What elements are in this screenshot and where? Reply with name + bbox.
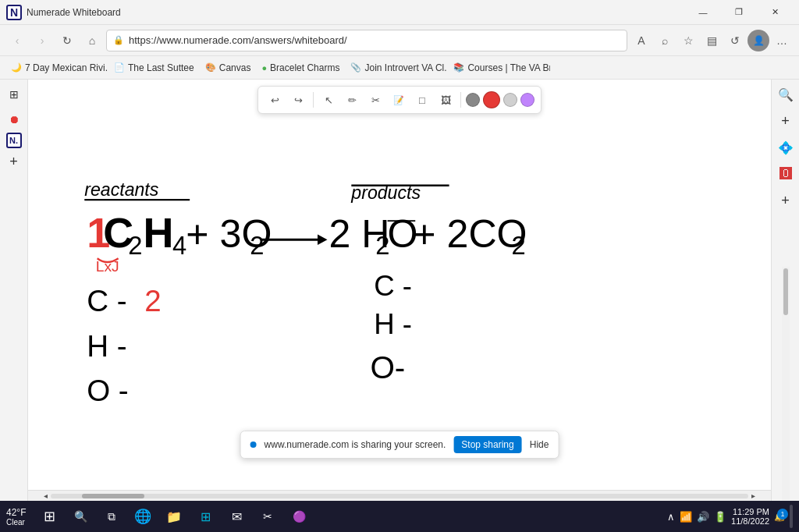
start-button[interactable]: ⊞ — [35, 502, 63, 530]
collections-button[interactable]: ▤ — [701, 30, 723, 51]
right-add-2-button[interactable]: + — [774, 189, 797, 212]
vertical-scroll-thumb[interactable] — [783, 268, 788, 315]
history-button[interactable]: ↺ — [724, 30, 746, 51]
bookmark-3[interactable]: 🎨 Canvas — [201, 61, 256, 75]
svg-text:O-: O- — [370, 349, 405, 385]
taskbar-search-button[interactable]: 🔍 — [66, 502, 94, 530]
taskbar: 42°F Clear ⊞ 🔍 ⧉ 🌐 📁 ⊞ ✉ ✂ 🟣 ∧ 📶 🔊 🔋 11:… — [0, 501, 799, 532]
toolbar-right: A ⌕ ☆ ▤ ↺ 👤 … — [630, 30, 793, 51]
store-button[interactable]: ⊞ — [191, 502, 219, 530]
reactants-label: reactants — [84, 179, 190, 200]
svg-text:2: 2 — [128, 231, 142, 260]
color-red[interactable] — [483, 91, 500, 108]
titlebar: N Numerade Whiteboard — ❐ ✕ — [0, 0, 799, 25]
svg-text:+ 2CO: + 2CO — [413, 212, 527, 256]
svg-text:2: 2 — [375, 231, 389, 260]
restore-button[interactable]: ❐ — [721, 0, 757, 25]
bookmark-5[interactable]: 📎 Join Introvert VA Cl... — [346, 61, 447, 75]
show-desktop-button[interactable] — [790, 505, 793, 528]
clock[interactable]: 11:29 PM 11/8/2022 — [731, 507, 769, 526]
explorer-button[interactable]: 📁 — [160, 502, 188, 530]
numerade-nav-button[interactable]: N. — [6, 133, 22, 148]
right-search-button[interactable]: 🔍 — [774, 83, 797, 106]
time-display: 11:29 PM — [733, 507, 769, 516]
home-button[interactable]: ⌂ — [81, 30, 103, 51]
svg-text:2 H: 2 H — [328, 212, 389, 256]
undo-button[interactable]: ↩ — [265, 90, 285, 110]
redo-button[interactable]: ↪ — [288, 90, 308, 110]
record-button[interactable]: ⏺ — [2, 108, 26, 131]
volume-icon[interactable]: 🔊 — [697, 511, 709, 523]
snip-button[interactable]: ✂ — [254, 502, 282, 530]
scroll-track[interactable] — [51, 494, 748, 498]
mail-button[interactable]: ✉ — [222, 502, 250, 530]
vertical-scrollbar[interactable] — [782, 267, 790, 501]
whiteboard-toolbar: ↩ ↪ ↖ ✏ ✂ 📝 □ 🖼 — [257, 86, 542, 114]
settings-button[interactable]: … — [771, 30, 793, 51]
image-tool-button[interactable]: 🖼 — [435, 90, 456, 110]
color-purple[interactable] — [520, 93, 534, 107]
read-aloud-button[interactable]: A — [630, 30, 652, 51]
close-button[interactable]: ✕ — [757, 0, 793, 25]
hide-button[interactable]: Hide — [530, 439, 549, 450]
main-content: ↩ ↪ ↖ ✏ ✂ 📝 □ 🖼 — [28, 80, 771, 501]
app-logo: N — [6, 5, 22, 20]
bookmark-2[interactable]: 📄 The Last Suttee — [109, 61, 199, 75]
address-bar[interactable]: 🔒 https://www.numerade.com/answers/white… — [106, 30, 627, 51]
scroll-left-arrow[interactable]: ◂ — [44, 491, 48, 500]
svg-text:C -: C - — [87, 284, 126, 317]
bookmark-3-icon: 🎨 — [205, 62, 216, 73]
pen-tool-button[interactable]: ✏ — [342, 90, 362, 110]
svg-text:C -: C - — [374, 270, 412, 302]
scissors-tool-button[interactable]: ✂ — [365, 90, 385, 110]
title-area: N Numerade Whiteboard — [6, 5, 121, 20]
bookmark-4[interactable]: ● Bracelet Charms — [257, 61, 344, 75]
sidebar-left: ⊞ ⏺ N. + — [0, 80, 28, 501]
network-icon[interactable]: 📶 — [680, 511, 692, 523]
office-button[interactable]: 🅾 — [774, 162, 797, 186]
back-button[interactable]: ‹ — [6, 30, 28, 51]
tabs-button[interactable]: ⊞ — [2, 83, 26, 106]
marker-tool-button[interactable]: 📝 — [389, 90, 409, 110]
right-add-button[interactable]: + — [774, 109, 797, 133]
shapes-tool-button[interactable]: □ — [412, 90, 432, 110]
svg-text:H -: H - — [87, 329, 126, 363]
teams-button[interactable]: 🟣 — [285, 502, 313, 530]
bookmark-6[interactable]: 📚 Courses | The VA Br... — [449, 61, 550, 75]
stop-sharing-button[interactable]: Stop sharing — [453, 436, 521, 453]
color-gray[interactable] — [466, 93, 480, 107]
refresh-button[interactable]: ↻ — [56, 30, 78, 51]
url-text: https://www.numerade.com/answers/whitebo… — [129, 34, 620, 46]
horizontal-scrollbar[interactable]: ◂ ▸ — [28, 490, 771, 501]
date-display: 11/8/2022 — [731, 516, 769, 526]
profile-button[interactable]: 👤 — [748, 30, 769, 51]
scroll-thumb[interactable] — [82, 494, 144, 498]
battery-icon[interactable]: 🔋 — [714, 511, 726, 523]
edge-taskbar-button[interactable]: 🌐 — [129, 502, 157, 530]
lock-icon: 🔒 — [113, 35, 124, 45]
svg-text:H: H — [143, 209, 173, 256]
bookmark-6-icon: 📚 — [453, 62, 464, 73]
minimize-button[interactable]: — — [685, 0, 721, 25]
browser-toolbar: ‹ › ↻ ⌂ 🔒 https://www.numerade.com/answe… — [0, 25, 799, 56]
svg-marker-12 — [318, 234, 328, 244]
add-sidebar-button[interactable]: + — [2, 150, 26, 173]
color-light-gray[interactable] — [503, 93, 517, 107]
weather-widget: 42°F Clear — [6, 507, 26, 527]
bookmark-2-icon: 📄 — [114, 62, 125, 73]
chevron-up-icon[interactable]: ∧ — [667, 511, 675, 523]
forward-button[interactable]: › — [31, 30, 53, 51]
system-tray: ∧ 📶 🔊 🔋 — [667, 511, 726, 523]
bookmark-1-icon: 🌙 — [11, 62, 22, 73]
bookmark-1[interactable]: 🌙 7 Day Mexican Rivi... — [6, 61, 108, 75]
svg-text:2: 2 — [512, 231, 526, 260]
task-view-button[interactable]: ⧉ — [98, 502, 126, 530]
edge-collections-button[interactable]: 💠 — [774, 136, 797, 159]
select-tool-button[interactable]: ↖ — [318, 90, 339, 110]
browser-search-button[interactable]: ⌕ — [654, 30, 676, 51]
scroll-right-arrow[interactable]: ▸ — [751, 491, 755, 500]
svg-text:2: 2 — [250, 231, 264, 260]
notification-button[interactable]: 🔔 1 — [774, 512, 785, 522]
window-controls: — ❐ ✕ — [685, 0, 793, 25]
favorites-button[interactable]: ☆ — [677, 30, 699, 51]
